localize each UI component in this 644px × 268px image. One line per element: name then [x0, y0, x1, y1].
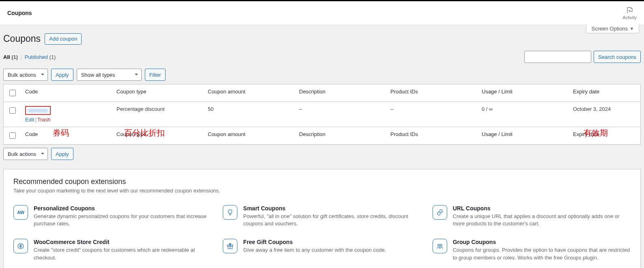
row-actions: Edit|Trash [25, 117, 108, 123]
screen-options-button[interactable]: Screen Options ▼ [586, 24, 639, 33]
col-description[interactable]: Description [295, 84, 386, 102]
col-type[interactable]: Coupon type [112, 84, 204, 102]
topbar-title: Coupons [7, 2, 32, 24]
search-button[interactable]: Search coupons [594, 51, 641, 63]
col-expiry[interactable]: Expiry date [569, 84, 641, 102]
col-code[interactable]: Code [21, 84, 112, 102]
AW-icon: AW [13, 205, 28, 220]
col-amount-foot[interactable]: Coupon amount [204, 127, 295, 145]
panel-title: Recommended coupon extensions [13, 177, 631, 186]
topbar: Coupons Activity [0, 0, 644, 24]
link-icon [433, 205, 447, 220]
extension-title: Group Coupons [453, 239, 631, 245]
cell-product-ids: – [386, 102, 478, 127]
col-amount[interactable]: Coupon amount [204, 84, 295, 102]
col-code-foot[interactable]: Code [21, 127, 112, 145]
apply-bulk-button[interactable]: Apply [51, 69, 73, 81]
row-checkbox[interactable] [9, 107, 16, 114]
extension-item[interactable]: URL CouponsCreate a unique URL that appl… [433, 205, 631, 227]
extension-item[interactable]: Free Gift CouponsGive away a free item t… [223, 239, 421, 261]
filter-all[interactable]: All (1) [3, 54, 18, 60]
bulb-icon [223, 205, 237, 220]
extension-item[interactable]: WooCommerce Store CreditCreate "store cr… [13, 239, 211, 261]
col-description-foot[interactable]: Description [295, 127, 386, 145]
extension-title: Personalized Coupons [34, 205, 211, 212]
search-input[interactable] [524, 51, 591, 63]
add-coupon-button[interactable]: Add coupon [45, 33, 82, 45]
table-row: xxxxxxx Edit|Trash Percentage discount 5… [4, 102, 641, 127]
screen-options-label: Screen Options [591, 26, 628, 32]
filter-button[interactable]: Filter [145, 69, 166, 81]
trash-link[interactable]: Trash [37, 117, 51, 123]
gift-icon [223, 239, 237, 253]
col-product-ids-foot[interactable]: Product IDs [386, 127, 478, 145]
apply-bulk-button-bottom[interactable]: Apply [51, 148, 73, 160]
coupon-code-link[interactable]: xxxxxxx [25, 106, 51, 115]
extension-desc: Create "store credit" coupons for custom… [34, 246, 211, 261]
cell-type: Percentage discount [112, 102, 204, 127]
extension-desc: Powerful, "all in one" solution for gift… [243, 213, 421, 227]
cell-description: – [295, 102, 386, 127]
col-type-foot[interactable]: Coupon type [112, 127, 204, 145]
coupon-type-select[interactable]: Show all types [77, 69, 142, 81]
extension-title: Free Gift Coupons [243, 239, 386, 245]
col-usage[interactable]: Usage / Limit [478, 84, 569, 102]
extension-desc: Create a unique URL that applies a disco… [453, 213, 631, 227]
page-title: Coupons [3, 33, 41, 44]
dollar-icon [13, 239, 28, 253]
extension-desc: Coupons for groups. Provides the option … [453, 246, 631, 261]
extensions-panel: Recommended coupon extensions Take your … [3, 169, 641, 268]
filter-published[interactable]: Published (1) [25, 54, 56, 60]
extension-title: WooCommerce Store Credit [34, 239, 211, 245]
coupons-table: Code Coupon type Coupon amount Descripti… [3, 84, 641, 145]
col-usage-foot[interactable]: Usage / Limit [478, 127, 569, 145]
extension-item[interactable]: AWPersonalized CouponsGenerate dynamic p… [13, 205, 211, 227]
extension-desc: Generate dynamic personalized coupons fo… [34, 213, 211, 227]
cell-amount: 50 [204, 102, 295, 127]
svg-point-3 [437, 244, 439, 246]
bulk-actions-select[interactable]: Bulk actions [3, 69, 48, 81]
col-expiry-foot[interactable]: Expiry date [569, 127, 641, 145]
extension-title: Smart Coupons [243, 205, 421, 212]
view-filters: All (1) | Published (1) [3, 54, 56, 60]
activity-label: Activity [622, 15, 637, 20]
group-icon [433, 239, 447, 253]
bulk-actions-select-bottom[interactable]: Bulk actions [3, 148, 48, 160]
col-product-ids[interactable]: Product IDs [386, 84, 478, 102]
chevron-down-icon: ▼ [630, 26, 634, 31]
extension-title: URL Coupons [453, 205, 631, 212]
cell-usage: 0 / ∞ [478, 102, 569, 127]
panel-subtitle: Take your coupon marketing to the next l… [13, 188, 631, 194]
extension-desc: Give away a free item to any customer wi… [243, 246, 386, 254]
svg-point-4 [440, 244, 442, 246]
select-all-checkbox[interactable] [9, 90, 16, 96]
extension-item[interactable]: Group CouponsCoupons for groups. Provide… [433, 239, 631, 261]
edit-link[interactable]: Edit [25, 117, 34, 123]
activity-button[interactable]: Activity [622, 6, 637, 20]
flag-icon [626, 6, 634, 14]
select-all-checkbox-bottom[interactable] [9, 132, 16, 139]
extension-item[interactable]: Smart CouponsPowerful, "all in one" solu… [223, 205, 421, 227]
cell-expiry: October 3, 2024 [569, 102, 641, 127]
